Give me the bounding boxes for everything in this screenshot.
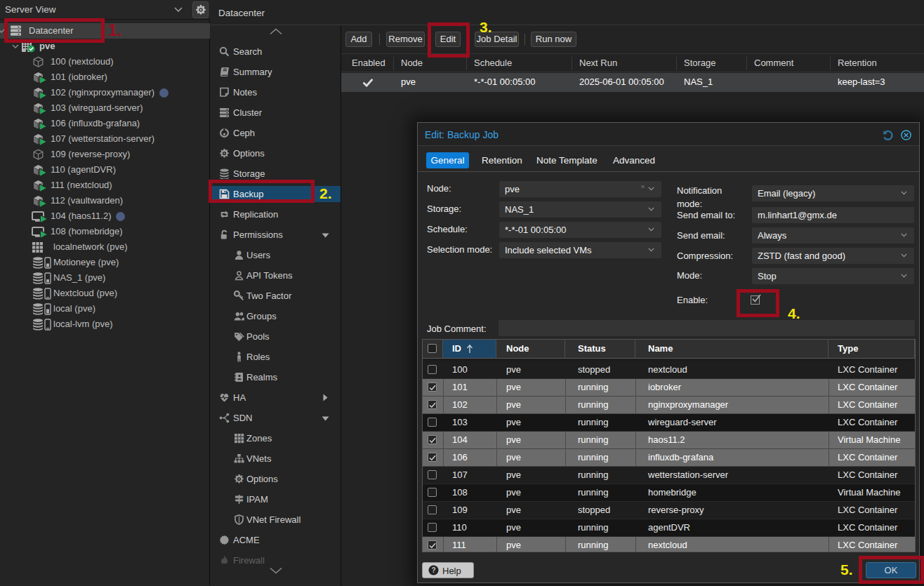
svg-text:?: ? [431,566,435,574]
